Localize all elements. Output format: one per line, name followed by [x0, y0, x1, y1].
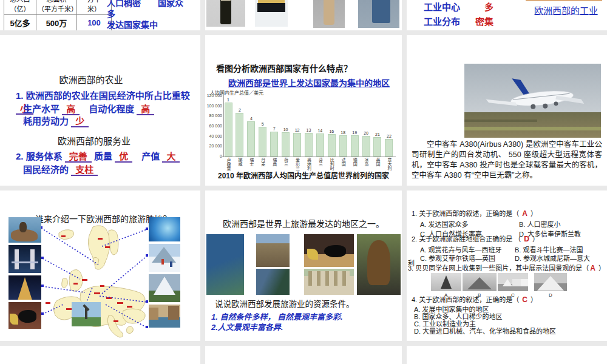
y-axis-tick-label: 20 000	[205, 144, 222, 148]
quiz-q2-option-a: A. 观赏花卉与风车—西班牙	[420, 246, 501, 254]
tourism-title: 欧洲西部是世界上旅游最发达的地区之一。	[205, 217, 402, 229]
bar	[236, 113, 243, 157]
slide-industrial-products[interactable]	[205, 0, 402, 30]
tourism-prompt: 说说欧洲西部发展旅游业的资源条件。	[215, 297, 354, 309]
bar-瑞典: 7瑞典	[270, 96, 279, 178]
bar-德国: 19德国	[350, 96, 359, 178]
bar-瑞士: 4瑞士	[247, 96, 256, 178]
area-value: 500万	[36, 15, 77, 31]
agriculture-line-3: 耗用劳动力 少	[23, 114, 89, 127]
quiz-q4-option-d: D. 大量进口机械、汽车、化学物品和食品的地区	[414, 328, 556, 335]
gold-box-photo	[255, 0, 288, 27]
bar	[305, 133, 313, 157]
airbus-a380-photo	[464, 64, 601, 138]
bar-rank-label: 13	[307, 128, 311, 133]
density-value: 100	[77, 15, 112, 31]
bar	[328, 134, 336, 157]
slide-airbus-a380[interactable]: 空中客车 A380(Airbus A380) 是欧洲空中客车工业公司研制生产的四…	[407, 35, 607, 186]
answer-text: 高	[137, 104, 154, 115]
quiz-image-mount-fuji	[534, 273, 567, 291]
quiz-q4: 4. 关于欧洲西部的叙述，正确的是（ C ）	[412, 296, 537, 304]
bar-rank-label: 19	[352, 130, 357, 135]
agriculture-title: 欧洲西部的农业	[0, 73, 182, 86]
chart-slide-subtitle: 欧洲西部是世界上发达国家最为集中的地区	[228, 76, 390, 89]
y-axis-tick-label: 80 000	[205, 113, 222, 118]
services-line-1: 2. 服务体系 完善 质量 优 产值 大	[16, 149, 180, 162]
slide-tourism-resources[interactable]: 欧洲西部是世界上旅游最发达的地区之一。 说说欧洲西部发展旅游业的资源条件。 1.…	[205, 190, 402, 341]
answer-text: 少	[71, 116, 89, 127]
slide-next-row-3[interactable]	[407, 346, 607, 364]
gdp-bar-chart: 1卢森堡2挪威4瑞士5丹麦7瑞典10荷兰12爱尔兰13奥地利14芬兰16比利时1…	[224, 96, 393, 178]
bar-rank-label: 16	[329, 129, 334, 134]
slide-agriculture-services[interactable]: 欧洲西部的农业 1. 欧洲西部的农业在国民经济中所占比重较 小 生产水平 高 自…	[0, 35, 200, 186]
quiz-q3: 3. 贝贝同学在网上收集到一些图片，其中展示法国景观的是（A ）	[408, 265, 605, 272]
slide-population-overview[interactable]: 总人口（亿） 总面积（平方千米） 人口密度（人／平方千米） 5亿多 500万 1…	[0, 0, 200, 30]
bar-rank-label: 14	[317, 129, 322, 133]
bar-rank-label: 20	[364, 131, 368, 136]
tower-bridge-photo	[8, 245, 41, 273]
bar-挪威: 2挪威	[236, 96, 244, 178]
bar-rank-label: 10	[283, 127, 288, 132]
airbus-paragraph: 空中客车 A380(Airbus A380) 是欧洲空中客车工业公司研制生产的四…	[412, 140, 602, 181]
answer-text: 优	[115, 151, 132, 163]
alps-skiing-photo	[149, 244, 180, 272]
quiz-q1: 1. 关于欧洲西部的叙述，正确的是（ A ）	[412, 210, 537, 218]
slide-industry-summary[interactable]: 工业中心 多 工业分布 密集 欧洲西部的工业	[407, 0, 607, 30]
bar-法国: 18法国	[339, 96, 347, 178]
dutch-windmill-photo	[72, 302, 101, 326]
fashion-model-beige-photo	[313, 0, 345, 28]
bar-卢森堡: 1卢森堡	[224, 96, 232, 178]
slide-next-row-2[interactable]	[205, 346, 402, 364]
bar-rank-label: 21	[375, 132, 380, 137]
services-title: 欧洲西部的服务业	[0, 134, 188, 147]
industry-distribution-value: 密集	[475, 15, 493, 27]
bar-比利时: 16比利时	[327, 96, 336, 178]
chart-caption: 2010 年欧洲西部人均国内生产总值居世界前列的国家	[205, 170, 402, 180]
y-axis-tick-label: 0	[205, 154, 222, 158]
bar	[385, 139, 393, 157]
bullfight-arena-photo	[304, 234, 354, 267]
bar	[282, 132, 290, 157]
quiz-q2-option-d: D. 参观水城威尼斯—意大	[515, 255, 590, 263]
services-line-2: 国民经济的 支柱	[23, 163, 98, 175]
bar-rank-label: 4	[250, 116, 253, 121]
slide-gdp-chart[interactable]: 看图分析欧洲西部国家有什么特点？ 欧洲西部是世界上发达国家最为集中的地区 人均国…	[205, 35, 402, 186]
greek-ruins-photo	[304, 269, 354, 295]
wine-bottle-photo	[206, 0, 245, 27]
venice-canal-photo	[149, 305, 180, 328]
bar	[362, 136, 370, 157]
answer-text: A	[589, 264, 597, 272]
lake-aerial-photo	[206, 234, 244, 295]
bar-rank-label: 7	[273, 127, 276, 132]
bar-英国: 21英国	[373, 96, 382, 178]
industry-distribution-label: 工业分布	[424, 15, 460, 27]
bar	[247, 121, 255, 157]
mountain-cliffs-photo	[256, 234, 290, 267]
quiz-image-label-d: D	[549, 291, 552, 299]
bar-爱尔兰: 12爱尔兰	[293, 96, 302, 178]
answer-text: A	[521, 209, 529, 218]
slide-tourism-map[interactable]: 谁来介绍一下欧洲西部的旅游胜地？	[0, 190, 200, 341]
population-summary-text: 人口稠密 国家众 多 发达国家集中	[107, 0, 198, 30]
answer-text: 大	[162, 151, 180, 163]
bar-rank-label: 12	[295, 128, 300, 133]
quiz-q2-option-b: B. 观看斗牛比赛—法国	[515, 246, 583, 254]
quiz-image-pyramid	[463, 273, 497, 291]
bar	[270, 132, 278, 157]
y-axis-tick-label: 60 000	[205, 124, 222, 128]
fashion-model-casual-photo	[358, 0, 399, 28]
quiz-q1-option-a: A. 发达国家众多	[420, 221, 468, 229]
bar	[351, 135, 359, 157]
bar-rank-label: 2	[239, 108, 241, 113]
answer-text: C	[521, 295, 529, 304]
bullfight-photo	[8, 302, 41, 329]
industry-center-value: 多	[484, 0, 493, 13]
bar	[339, 135, 347, 157]
table-header-population: 总人口（亿）	[5, 0, 35, 13]
y-axis-tick-label: 120 000	[205, 93, 222, 98]
answer-text: 完善	[65, 151, 92, 163]
canyon-gorge-photo	[256, 269, 290, 295]
slide-quiz[interactable]: 1. 关于欧洲西部的叙述，正确的是（ A ） A. 发达国家众多 B. 人口密度…	[407, 190, 607, 341]
slide-next-row-1[interactable]	[0, 346, 200, 364]
bar-奥地利: 13奥地利	[304, 96, 313, 178]
